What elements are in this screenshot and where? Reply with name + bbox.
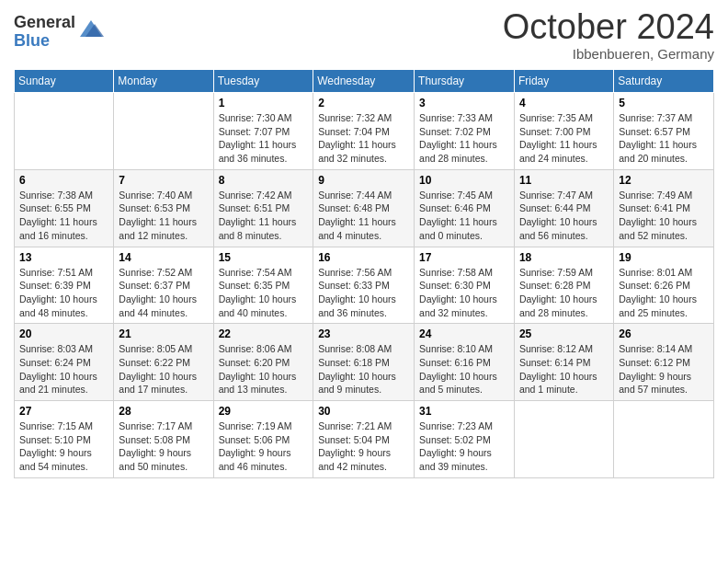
title-block: October 2024 Ibbenbueren, Germany [503,9,714,62]
day-number: 18 [519,251,609,264]
day-number: 12 [619,174,709,187]
calendar-cell: 25Sunrise: 8:12 AM Sunset: 6:14 PM Dayli… [514,324,613,401]
calendar-cell: 5Sunrise: 7:37 AM Sunset: 6:57 PM Daylig… [614,93,714,170]
location: Ibbenbueren, Germany [503,46,714,62]
calendar-week-row: 6Sunrise: 7:38 AM Sunset: 6:55 PM Daylig… [15,169,714,247]
calendar-cell: 18Sunrise: 7:59 AM Sunset: 6:28 PM Dayli… [514,247,613,324]
calendar-header-sunday: Sunday [15,70,114,93]
calendar-cell: 2Sunrise: 7:32 AM Sunset: 7:04 PM Daylig… [313,93,415,170]
calendar-cell: 15Sunrise: 7:54 AM Sunset: 6:35 PM Dayli… [213,247,313,324]
day-number: 11 [519,174,609,187]
calendar-cell: 8Sunrise: 7:42 AM Sunset: 6:51 PM Daylig… [213,169,313,247]
day-number: 8 [219,174,309,187]
logo-blue-text: Blue [14,32,75,51]
day-number: 22 [219,327,309,340]
month-title: October 2024 [503,9,714,44]
day-number: 3 [419,97,509,109]
calendar-cell: 19Sunrise: 8:01 AM Sunset: 6:26 PM Dayli… [614,247,714,324]
day-number: 23 [318,327,409,340]
calendar-cell: 21Sunrise: 8:05 AM Sunset: 6:22 PM Dayli… [114,324,213,401]
calendar-table: SundayMondayTuesdayWednesdayThursdayFrid… [14,69,714,478]
day-detail: Sunrise: 7:42 AM Sunset: 6:51 PM Dayligh… [219,189,309,243]
day-detail: Sunrise: 8:10 AM Sunset: 6:16 PM Dayligh… [419,342,509,396]
calendar-cell: 28Sunrise: 7:17 AM Sunset: 5:08 PM Dayli… [114,401,213,478]
calendar-cell: 17Sunrise: 7:58 AM Sunset: 6:30 PM Dayli… [415,247,515,324]
day-number: 9 [318,174,409,187]
day-detail: Sunrise: 8:12 AM Sunset: 6:14 PM Dayligh… [519,342,609,396]
calendar-cell: 9Sunrise: 7:44 AM Sunset: 6:48 PM Daylig… [313,169,415,247]
day-number: 6 [19,174,108,187]
day-number: 31 [419,405,509,418]
calendar-cell: 6Sunrise: 7:38 AM Sunset: 6:55 PM Daylig… [15,169,114,247]
calendar-cell: 13Sunrise: 7:51 AM Sunset: 6:39 PM Dayli… [15,247,114,324]
day-number: 19 [619,251,709,264]
calendar-header-friday: Friday [514,70,613,93]
logo-general-text: General [14,14,75,32]
calendar-cell: 14Sunrise: 7:52 AM Sunset: 6:37 PM Dayli… [114,247,213,324]
day-detail: Sunrise: 8:14 AM Sunset: 6:12 PM Dayligh… [619,342,709,396]
day-detail: Sunrise: 7:15 AM Sunset: 5:10 PM Dayligh… [19,419,108,474]
calendar-cell: 7Sunrise: 7:40 AM Sunset: 6:53 PM Daylig… [114,169,213,247]
calendar-header-monday: Monday [114,70,213,93]
day-detail: Sunrise: 7:44 AM Sunset: 6:48 PM Dayligh… [318,189,409,243]
calendar-cell: 12Sunrise: 7:49 AM Sunset: 6:41 PM Dayli… [614,169,714,247]
calendar-week-row: 27Sunrise: 7:15 AM Sunset: 5:10 PM Dayli… [15,401,714,478]
calendar-cell [614,401,714,478]
day-detail: Sunrise: 7:49 AM Sunset: 6:41 PM Dayligh… [619,189,709,243]
page-header: General Blue October 2024 Ibbenbueren, G… [14,9,714,62]
day-number: 1 [219,97,309,109]
day-number: 26 [619,327,709,340]
calendar-cell: 20Sunrise: 8:03 AM Sunset: 6:24 PM Dayli… [15,324,114,401]
day-detail: Sunrise: 7:52 AM Sunset: 6:37 PM Dayligh… [119,266,208,320]
day-number: 20 [19,327,108,340]
day-number: 2 [318,97,409,109]
calendar-cell [114,93,213,170]
day-number: 10 [419,174,509,187]
day-detail: Sunrise: 7:58 AM Sunset: 6:30 PM Dayligh… [419,266,509,320]
day-number: 21 [119,327,208,340]
day-number: 13 [19,251,108,264]
calendar-cell: 31Sunrise: 7:23 AM Sunset: 5:02 PM Dayli… [415,401,515,478]
day-detail: Sunrise: 7:45 AM Sunset: 6:46 PM Dayligh… [419,189,509,243]
logo: General Blue [14,14,104,51]
calendar-header-saturday: Saturday [614,70,714,93]
day-detail: Sunrise: 7:59 AM Sunset: 6:28 PM Dayligh… [519,266,609,320]
day-detail: Sunrise: 7:30 AM Sunset: 7:07 PM Dayligh… [219,111,309,166]
day-detail: Sunrise: 7:38 AM Sunset: 6:55 PM Dayligh… [19,189,108,243]
day-number: 25 [519,327,609,340]
calendar-week-row: 20Sunrise: 8:03 AM Sunset: 6:24 PM Dayli… [15,324,714,401]
calendar-cell: 11Sunrise: 7:47 AM Sunset: 6:44 PM Dayli… [514,169,613,247]
day-number: 17 [419,251,509,264]
calendar-cell [514,401,613,478]
calendar-header-thursday: Thursday [415,70,515,93]
calendar-cell: 23Sunrise: 8:08 AM Sunset: 6:18 PM Dayli… [313,324,415,401]
day-detail: Sunrise: 7:54 AM Sunset: 6:35 PM Dayligh… [219,266,309,320]
day-number: 7 [119,174,208,187]
day-detail: Sunrise: 7:35 AM Sunset: 7:00 PM Dayligh… [519,111,609,166]
day-number: 28 [119,405,208,418]
day-detail: Sunrise: 8:06 AM Sunset: 6:20 PM Dayligh… [219,342,309,396]
calendar-cell: 27Sunrise: 7:15 AM Sunset: 5:10 PM Dayli… [15,401,114,478]
calendar-cell: 3Sunrise: 7:33 AM Sunset: 7:02 PM Daylig… [415,93,515,170]
calendar-week-row: 1Sunrise: 7:30 AM Sunset: 7:07 PM Daylig… [15,93,714,170]
calendar-header-row: SundayMondayTuesdayWednesdayThursdayFrid… [15,70,714,93]
calendar-week-row: 13Sunrise: 7:51 AM Sunset: 6:39 PM Dayli… [15,247,714,324]
day-detail: Sunrise: 7:19 AM Sunset: 5:06 PM Dayligh… [219,419,309,474]
calendar-cell: 29Sunrise: 7:19 AM Sunset: 5:06 PM Dayli… [213,401,313,478]
calendar-header-tuesday: Tuesday [213,70,313,93]
day-number: 15 [219,251,309,264]
day-number: 16 [318,251,409,264]
day-detail: Sunrise: 7:47 AM Sunset: 6:44 PM Dayligh… [519,189,609,243]
day-detail: Sunrise: 7:33 AM Sunset: 7:02 PM Dayligh… [419,111,509,166]
calendar-cell: 1Sunrise: 7:30 AM Sunset: 7:07 PM Daylig… [213,93,313,170]
day-number: 29 [219,405,309,418]
day-detail: Sunrise: 7:37 AM Sunset: 6:57 PM Dayligh… [619,111,709,166]
day-detail: Sunrise: 7:23 AM Sunset: 5:02 PM Dayligh… [419,419,509,474]
day-number: 27 [19,405,108,418]
day-detail: Sunrise: 8:03 AM Sunset: 6:24 PM Dayligh… [19,342,108,396]
logo-icon [78,17,104,42]
day-detail: Sunrise: 7:17 AM Sunset: 5:08 PM Dayligh… [119,419,208,474]
day-detail: Sunrise: 7:21 AM Sunset: 5:04 PM Dayligh… [318,419,409,474]
calendar-cell: 10Sunrise: 7:45 AM Sunset: 6:46 PM Dayli… [415,169,515,247]
calendar-cell: 22Sunrise: 8:06 AM Sunset: 6:20 PM Dayli… [213,324,313,401]
